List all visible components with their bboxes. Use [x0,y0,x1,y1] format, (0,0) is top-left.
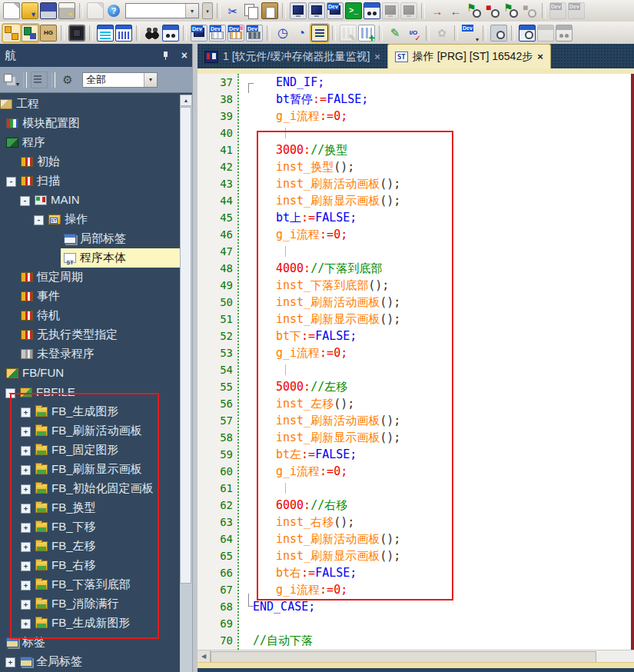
tree-item[interactable]: FB/FUN [0,364,180,383]
code-line[interactable]: 52bt下:=FALSE; [198,328,631,344]
window-disabled-icon-1[interactable] [537,25,554,42]
parameter-window-icon[interactable] [97,25,114,42]
tree-expander-icon[interactable]: + [21,484,31,494]
code-line[interactable]: 67g_i流程:=0; [198,581,631,598]
tree-item[interactable]: +FB_右移 [0,556,180,575]
tree-expander-icon[interactable]: + [21,427,31,437]
dev-badge-icon-2[interactable]: Dev [568,2,585,19]
print-icon[interactable] [58,2,75,19]
tree-item[interactable]: 未登录程序 [0,344,180,364]
find-in-window-icon[interactable] [162,25,179,42]
scrollbar-thumb[interactable] [211,651,596,663]
tree-item[interactable]: 标签 [0,633,180,652]
tree-item[interactable]: +FB_固定图形 [0,441,180,460]
code-line[interactable]: 45bt上:=FALSE; [198,209,631,226]
watch-verify-icon[interactable]: ⚑ [503,2,519,19]
cut-icon[interactable]: ✂ [224,2,241,19]
code-line[interactable]: 66bt右:=FALSE; [198,564,631,581]
window-zoom-icon[interactable] [519,25,536,42]
tree-expander-icon[interactable]: + [21,465,31,475]
scroll-up-icon[interactable]: ▲ [180,95,192,106]
tree-expander-icon[interactable]: + [21,408,31,418]
code-line[interactable]: 484000://下落到底部 [198,260,631,277]
option-disabled-icon[interactable]: ✿ [433,25,450,42]
code-line[interactable]: 37END_IF; [198,74,631,91]
tree-item[interactable]: +FB_下落到底部 [0,575,180,594]
find-icon[interactable] [144,25,161,42]
run-back-icon[interactable]: ← [447,2,464,19]
watch-start-icon[interactable]: ⚑ [466,2,483,19]
device-search-icon[interactable] [490,25,507,42]
code-line[interactable]: 44inst_刷新显示画板(); [198,192,631,209]
tree-item[interactable]: +FB_刷新活动画板 [0,421,180,441]
code-line[interactable]: 47 [198,243,631,260]
code-line[interactable]: 69 [198,615,631,632]
tree-expander-icon[interactable]: + [21,561,31,571]
save-project-icon[interactable] [40,2,57,19]
tree-expander-icon[interactable]: + [21,523,31,533]
chevron-down-icon[interactable]: ▾ [185,4,198,18]
project-tree-icon[interactable] [3,25,20,42]
tree-expander-icon[interactable]: + [21,446,31,456]
copy-icon[interactable] [243,2,260,19]
tree-expander-icon[interactable]: + [21,542,31,552]
tree-expander-icon[interactable]: + [21,504,31,514]
scrollbar-thumb[interactable] [180,107,191,584]
st-view-icon[interactable] [311,25,328,42]
tree-item[interactable]: -扫描 [0,171,180,191]
tree-scrollbar[interactable]: ▲ [180,95,192,672]
code-line[interactable]: 50inst_刷新活动画板(); [198,294,631,311]
open-project-icon[interactable]: ▼ [22,2,38,19]
code-line[interactable]: 39g_i流程:=0; [198,108,631,125]
tree-item[interactable]: +FB_换型 [0,498,180,517]
code-line[interactable]: 49inst_下落到底部(); [198,277,631,294]
tab-device-monitor[interactable]: 1 [软元件/缓冲存储器批量监视] × [198,45,387,68]
code-line[interactable]: 38bt暂停:=FALSE; [198,91,631,108]
watch-timer-icon[interactable]: ◷ [274,25,291,42]
quick-find-combobox[interactable]: ▾ [125,3,199,18]
tree-item[interactable]: 无执行类型指定 [0,325,180,344]
tab-close-icon[interactable]: × [374,51,380,62]
monitor-status-icon[interactable]: ◔ [293,25,310,42]
tab-operation-st[interactable]: ST 操作 [PRG] [ST] 16542步 × [387,44,551,68]
write-to-plc-icon[interactable] [22,25,38,42]
module-icon[interactable] [68,25,85,42]
code-line[interactable]: 43inst_刷新活动画板(); [198,175,631,192]
st-code-editor[interactable]: 37END_IF;38bt暂停:=FALSE;39g_i流程:=0;404130… [198,74,634,650]
code-line[interactable]: 42inst_换型(); [198,158,631,175]
tree-item[interactable]: +FB_初始化固定画板 [0,479,180,498]
window-disabled-icon-2[interactable] [556,25,573,42]
document-disabled-icon[interactable] [87,2,104,19]
tree-item[interactable]: 待机 [0,306,180,325]
tree-item[interactable]: +FB_刷新显示画板 [0,460,180,479]
tree-item[interactable]: 恒定周期 [0,268,180,287]
verify-icon[interactable]: HG [40,25,57,42]
tree-filter-combobox[interactable]: 全部 ▾ [82,72,158,88]
tree-item[interactable]: +FB_生成新图形 [0,614,180,633]
tree-item[interactable]: 模块配置图 [0,114,180,133]
tree-item[interactable]: 初始 [0,152,180,171]
tree-item[interactable]: 事件 [0,287,180,306]
device-batch-monitor-icon[interactable]: Dev [209,25,226,42]
collapse-all-icon[interactable] [31,72,48,88]
code-line[interactable]: 68END_CASE; [198,598,631,615]
code-line[interactable]: 64inst_刷新活动画板(); [198,531,631,547]
tree-expander-icon[interactable]: + [21,619,31,629]
help-icon[interactable]: ? [105,2,122,19]
code-line[interactable]: 54 [198,361,631,378]
device-monitor-icon[interactable]: Dev [327,2,344,19]
tab-close-icon[interactable]: × [537,51,543,62]
tree-item[interactable]: 程序 [0,133,180,152]
toolbar-more-icon[interactable]: ▾ [202,2,213,19]
code-line[interactable]: 61 [198,480,631,497]
code-line[interactable]: 59bt左:=FALSE; [198,446,631,463]
tree-item[interactable]: +全局标签 [0,652,180,671]
code-line[interactable]: 57inst_刷新活动画板(); [198,412,631,429]
tree-expander-icon[interactable]: + [5,657,15,667]
code-line[interactable]: 413000://换型 [198,141,631,158]
tree-expander-icon[interactable]: - [5,388,15,398]
paste-icon[interactable] [261,2,278,19]
scroll-left-icon[interactable]: ◀ [198,650,211,662]
tree-item[interactable]: +FB_消除满行 [0,594,180,614]
monitor-read-icon[interactable] [308,2,325,19]
